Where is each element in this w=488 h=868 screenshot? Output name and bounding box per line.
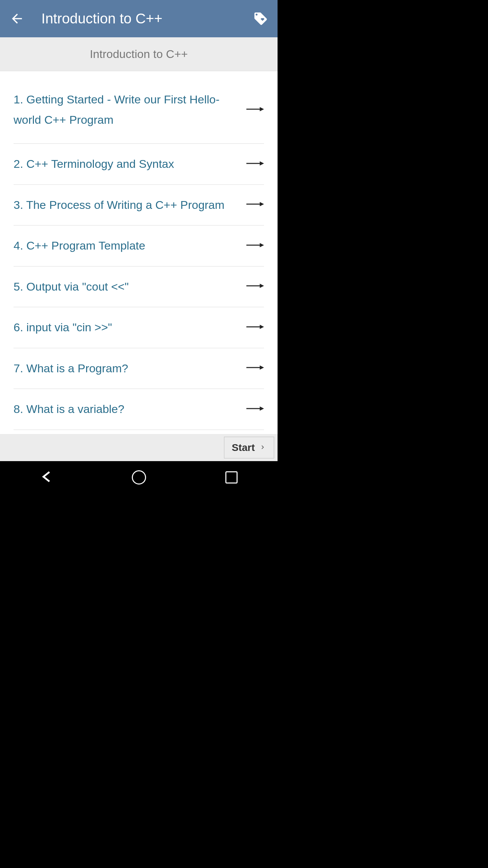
lesson-label: 7. What is a Program? xyxy=(14,358,246,379)
sysnav-home[interactable] xyxy=(129,467,149,488)
footer-bar: Start xyxy=(0,434,278,461)
lesson-label: 8. What is a variable? xyxy=(14,399,246,419)
appbar-title: Introduction to C++ xyxy=(41,11,252,27)
lesson-label: 4. C++ Program Template xyxy=(14,236,246,256)
lesson-item[interactable]: 6. input via "cin >>" xyxy=(14,307,264,348)
sysnav-back[interactable] xyxy=(36,467,57,488)
chevron-right-icon xyxy=(259,443,266,452)
sysnav-recent[interactable] xyxy=(221,467,242,488)
lesson-label: 6. input via "cin >>" xyxy=(14,317,246,338)
arrow-right-icon xyxy=(246,323,264,332)
square-recent-icon xyxy=(225,471,238,484)
lesson-label: 3. The Process of Writing a C++ Program xyxy=(14,195,246,215)
circle-home-icon xyxy=(132,470,146,485)
lesson-item[interactable]: 5. Output via "cout <<" xyxy=(14,267,264,308)
arrow-right-icon xyxy=(246,364,264,372)
arrow-back-icon xyxy=(9,11,24,26)
start-button[interactable]: Start xyxy=(224,437,274,458)
start-label: Start xyxy=(232,442,255,453)
back-button[interactable] xyxy=(9,11,25,27)
lesson-item[interactable]: 7. What is a Program? xyxy=(14,348,264,389)
arrow-right-icon xyxy=(246,405,264,413)
bookmark-tag-button[interactable] xyxy=(252,11,269,27)
triangle-back-icon xyxy=(39,470,54,485)
lesson-item[interactable]: 9. Basic Arithmetic Operations xyxy=(14,430,264,434)
arrow-right-icon xyxy=(246,242,264,250)
system-navbar xyxy=(0,461,278,494)
arrow-right-icon xyxy=(246,282,264,291)
tag-heart-icon xyxy=(253,11,268,26)
appbar: Introduction to C++ xyxy=(0,0,278,37)
section-title: Introduction to C++ xyxy=(90,47,188,61)
arrow-right-icon xyxy=(246,106,264,114)
lesson-label: 2. C++ Terminology and Syntax xyxy=(14,154,246,174)
lesson-label: 5. Output via "cout <<" xyxy=(14,277,246,297)
section-header: Introduction to C++ xyxy=(0,37,278,71)
arrow-right-icon xyxy=(246,160,264,168)
lesson-item[interactable]: 2. C++ Terminology and Syntax xyxy=(14,144,264,185)
lesson-item[interactable]: 8. What is a variable? xyxy=(14,389,264,430)
arrow-right-icon xyxy=(246,201,264,209)
lesson-item[interactable]: 4. C++ Program Template xyxy=(14,225,264,267)
lesson-label: 1. Getting Started - Write our First Hel… xyxy=(14,90,246,130)
lesson-item[interactable]: 1. Getting Started - Write our First Hel… xyxy=(14,90,264,144)
lesson-list: 1. Getting Started - Write our First Hel… xyxy=(0,71,278,434)
lesson-item[interactable]: 3. The Process of Writing a C++ Program xyxy=(14,185,264,226)
